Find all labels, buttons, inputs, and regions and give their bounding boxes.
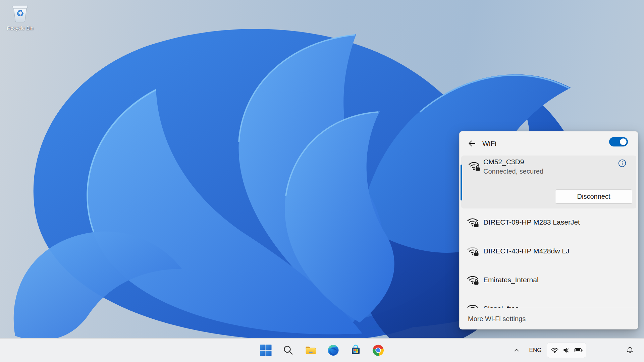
toggle-knob — [620, 138, 627, 145]
language-indicator[interactable]: ENG — [528, 347, 543, 354]
edge-button[interactable] — [327, 344, 340, 357]
windows-start-icon — [260, 344, 272, 356]
chevron-up-icon — [513, 347, 520, 354]
network-info-button[interactable] — [618, 159, 627, 168]
wifi-secured-icon — [467, 216, 480, 229]
file-explorer-icon — [305, 344, 317, 356]
search-icon — [283, 345, 294, 356]
battery-icon — [574, 346, 583, 354]
wifi-icon — [551, 346, 559, 354]
wifi-secured-icon — [467, 273, 480, 287]
more-wifi-settings-link[interactable]: More Wi-Fi settings — [460, 308, 638, 329]
selection-accent-bar — [461, 165, 462, 200]
edge-icon — [327, 344, 339, 356]
network-row-direct43[interactable]: DIRECT-43-HP M428dw LJ — [460, 237, 638, 265]
wifi-toggle[interactable] — [609, 137, 628, 146]
recycle-bin-label: Recycle Bin — [4, 25, 36, 31]
panel-title: WiFi — [482, 139, 496, 147]
back-button[interactable] — [467, 139, 477, 148]
system-tray: ENG — [510, 339, 644, 362]
connected-network-status: Connected, secured — [483, 168, 543, 175]
taskbar: ENG — [0, 338, 644, 362]
volume-icon — [562, 346, 571, 354]
wifi-panel-header: WiFi — [460, 131, 638, 156]
network-row-direct09[interactable]: DIRECT-09-HP M283 LaserJet — [460, 208, 638, 237]
microsoft-store-icon — [350, 344, 362, 356]
notifications-button[interactable] — [623, 344, 637, 357]
chrome-button[interactable] — [372, 344, 385, 357]
disconnect-button[interactable]: Disconnect — [555, 189, 632, 204]
back-arrow-icon — [468, 139, 476, 148]
quick-settings-button[interactable] — [547, 343, 586, 358]
recycle-arrows-icon: ♻ — [16, 9, 24, 18]
hidden-icons-button[interactable] — [510, 344, 523, 357]
network-row-emirates[interactable]: Emirates_Internal — [460, 265, 638, 294]
more-wifi-settings-label: More Wi-Fi settings — [468, 315, 526, 323]
wifi-secured-icon-medium — [467, 244, 480, 258]
recycle-bin-icon: ♻ — [8, 3, 32, 24]
network-name: DIRECT-09-HP M283 LaserJet — [483, 208, 580, 237]
wifi-secured-icon — [468, 159, 481, 173]
desktop: ♻ Recycle Bin WiFi — [0, 0, 644, 362]
connected-network-card[interactable]: CM52_C3D9 Connected, secured Disconnect — [461, 156, 636, 208]
wifi-flyout-panel: WiFi CM52_C3D9 Connected, secured — [459, 131, 638, 329]
taskbar-app-icons — [259, 339, 385, 362]
connected-network-name: CM52_C3D9 — [483, 158, 524, 166]
start-button[interactable] — [259, 344, 273, 357]
network-name: Emirates_Internal — [483, 265, 539, 294]
search-button[interactable] — [282, 344, 295, 357]
chrome-icon — [372, 344, 384, 356]
file-explorer-button[interactable] — [304, 344, 318, 357]
recycle-bin-shortcut[interactable]: ♻ Recycle Bin — [4, 3, 36, 31]
network-name: DIRECT-43-HP M428dw LJ — [483, 237, 569, 265]
bell-icon — [626, 346, 634, 354]
microsoft-store-button[interactable] — [349, 344, 363, 357]
